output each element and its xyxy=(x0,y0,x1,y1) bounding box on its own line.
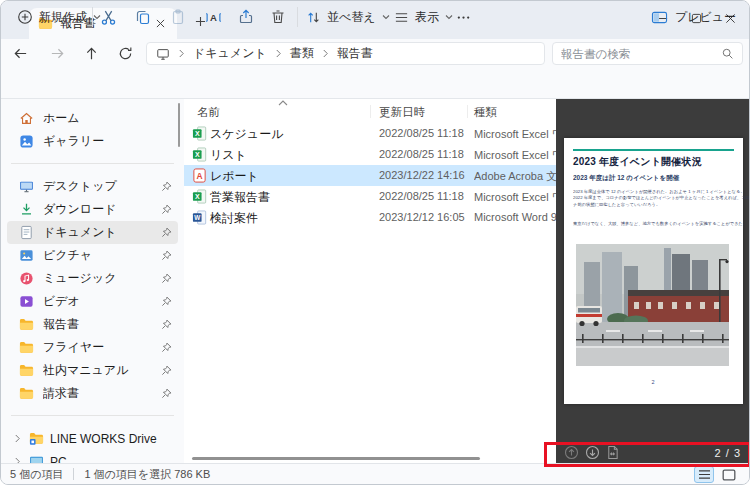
selection-info: 1 個の項目を選択 786 KB xyxy=(84,467,210,482)
sidebar-item-music[interactable]: ミュージック xyxy=(7,267,178,290)
more-options-button[interactable] xyxy=(449,4,477,30)
pin-icon xyxy=(161,250,172,261)
sidebar-item-manual[interactable]: 社内マニュアル xyxy=(7,359,178,382)
file-row-sales-report[interactable]: X 営業報告書 2022/08/25 11:18 Microsoft Excel… xyxy=(184,186,556,207)
sort-button[interactable]: 並べ替え xyxy=(301,4,395,30)
home-icon xyxy=(19,111,34,126)
refresh-button[interactable] xyxy=(111,41,139,66)
chevron-expand-icon[interactable] xyxy=(11,434,23,443)
file-rows: X スケジュール 2022/08/25 11:18 Microsoft Exce… xyxy=(184,123,556,228)
details-view-toggle[interactable] xyxy=(694,466,714,483)
up-button[interactable] xyxy=(77,41,105,66)
toolbar-divider xyxy=(92,7,93,27)
document-photo-tokyo-station xyxy=(576,244,729,366)
sidebar-item-videos[interactable]: ビデオ xyxy=(7,290,178,313)
column-header-date[interactable]: 更新日時 xyxy=(379,105,425,120)
breadcrumb-shorui[interactable]: 書類 xyxy=(290,45,314,62)
search-input[interactable] xyxy=(561,48,715,60)
pin-icon xyxy=(161,181,172,192)
breadcrumb-documents[interactable]: ドキュメント xyxy=(193,45,267,62)
horizontal-scrollbar[interactable] xyxy=(192,457,480,460)
excel-file-icon: X xyxy=(192,189,207,204)
file-list-pane: 名前 更新日時 種類 X スケジュール 2022/08/25 11:18 Mic… xyxy=(184,99,556,463)
column-header-type[interactable]: 種類 xyxy=(474,105,497,120)
navigation-pane: ホーム ギャラリー デスクトップ ダウンロード xyxy=(1,99,184,463)
sidebar-item-houkokusho[interactable]: 報告書 xyxy=(7,313,178,336)
sidebar-item-documents[interactable]: ドキュメント xyxy=(7,221,178,244)
delete-button[interactable] xyxy=(264,4,292,30)
word-file-icon: W xyxy=(192,210,207,225)
share-button[interactable] xyxy=(232,4,260,30)
status-bar: 5 個の項目 1 個の項目を選択 786 KB xyxy=(1,463,749,484)
drive-folder-icon xyxy=(29,431,44,446)
view-lines-icon xyxy=(394,10,409,25)
back-button[interactable] xyxy=(6,41,34,66)
paste-button[interactable] xyxy=(164,4,192,30)
document-accent-rule xyxy=(573,149,734,151)
desktop-icon xyxy=(19,179,34,194)
file-row-list[interactable]: X リスト 2022/08/25 11:18 Microsoft Excel ワ… xyxy=(184,144,556,165)
sidebar-item-lineworks-drive[interactable]: LINE WORKS Drive xyxy=(7,427,178,450)
svg-text:A: A xyxy=(210,12,217,23)
previous-page-button[interactable] xyxy=(564,445,579,460)
sidebar-scrollbar[interactable] xyxy=(178,103,180,147)
document-body-paragraph: 東京だけでなく、大阪、博多など、地方でも数多くのイベントを実施することができた。 xyxy=(573,220,750,227)
items-count: 5 個の項目 xyxy=(10,467,63,482)
preview-toggle-button[interactable]: プレビュー xyxy=(646,4,741,30)
sidebar-item-seikyusho[interactable]: 請求書 xyxy=(7,382,178,405)
sidebar-item-pictures[interactable]: ピクチャ xyxy=(7,244,178,267)
sidebar-item-home[interactable]: ホーム xyxy=(7,107,178,130)
breadcrumb-houkokusho[interactable]: 報告書 xyxy=(337,45,373,62)
column-divider[interactable] xyxy=(370,105,371,118)
pin-icon xyxy=(161,319,172,330)
chevron-right-icon xyxy=(322,49,329,58)
sidebar-item-flyer[interactable]: フライヤー xyxy=(7,336,178,359)
document-title: 2023 年度イベント開催状況 xyxy=(573,155,702,169)
pdf-file-icon: A xyxy=(192,168,207,183)
rename-button[interactable]: A xyxy=(199,4,227,30)
column-header-name[interactable]: 名前 xyxy=(197,105,220,120)
pin-icon xyxy=(161,227,172,238)
sort-button-label: 並べ替え xyxy=(327,9,376,26)
pictures-icon xyxy=(19,248,34,263)
videos-icon xyxy=(19,294,34,309)
view-button[interactable]: 表示 xyxy=(389,4,458,30)
preview-navigation-bar: 2 / 3 xyxy=(556,442,749,463)
column-divider[interactable] xyxy=(467,105,468,118)
status-divider xyxy=(73,468,74,480)
sidebar-item-downloads[interactable]: ダウンロード xyxy=(7,198,178,221)
svg-text:X: X xyxy=(195,193,200,200)
plus-circle-icon xyxy=(17,9,33,25)
forward-button[interactable] xyxy=(43,41,71,66)
document-body-paragraph: 2023 年度は全体で 12 のイベントが開催された。おおよそ 1 ヶ月に 1 … xyxy=(573,188,750,208)
document-subtitle: 2023 年度は計 12 のイベントを開催 xyxy=(573,173,750,182)
excel-file-icon: X xyxy=(192,147,207,162)
toolbar-divider xyxy=(297,7,298,27)
address-bar[interactable]: ドキュメント 書類 報告書 xyxy=(146,42,545,65)
svg-text:X: X xyxy=(195,130,200,137)
copy-button[interactable] xyxy=(129,4,157,30)
cut-button[interactable] xyxy=(94,4,122,30)
next-page-button[interactable] xyxy=(585,445,600,460)
sort-arrows-icon xyxy=(306,10,321,25)
file-explorer-window: 報告書 xyxy=(0,0,750,485)
excel-file-icon: X xyxy=(192,126,207,141)
file-row-report-selected[interactable]: A レポート 2023/12/22 14:16 Adobe Acroba 文書 xyxy=(184,165,556,186)
sidebar-item-gallery[interactable]: ギャラリー xyxy=(7,130,178,153)
preview-toggle-label: プレビュー xyxy=(675,9,736,26)
preview-panel-icon xyxy=(651,10,668,25)
sidebar-separator xyxy=(11,163,174,164)
chevron-right-icon xyxy=(178,49,185,58)
large-thumbnails-view-toggle[interactable] xyxy=(719,466,739,483)
folder-icon xyxy=(19,363,34,378)
file-row-schedule[interactable]: X スケジュール 2022/08/25 11:18 Microsoft Exce… xyxy=(184,123,556,144)
sidebar-item-pc[interactable]: PC xyxy=(7,450,178,463)
sidebar-item-desktop[interactable]: デスクトップ xyxy=(7,175,178,198)
pin-icon xyxy=(161,388,172,399)
file-row-pending-case[interactable]: W 検討案件 2023/12/12 16:05 Microsoft Word 9… xyxy=(184,207,556,228)
documents-icon xyxy=(19,225,34,240)
search-box xyxy=(552,42,743,65)
page-jump-icon[interactable] xyxy=(606,445,619,460)
this-pc-icon xyxy=(156,47,170,61)
folder-icon xyxy=(19,386,34,401)
